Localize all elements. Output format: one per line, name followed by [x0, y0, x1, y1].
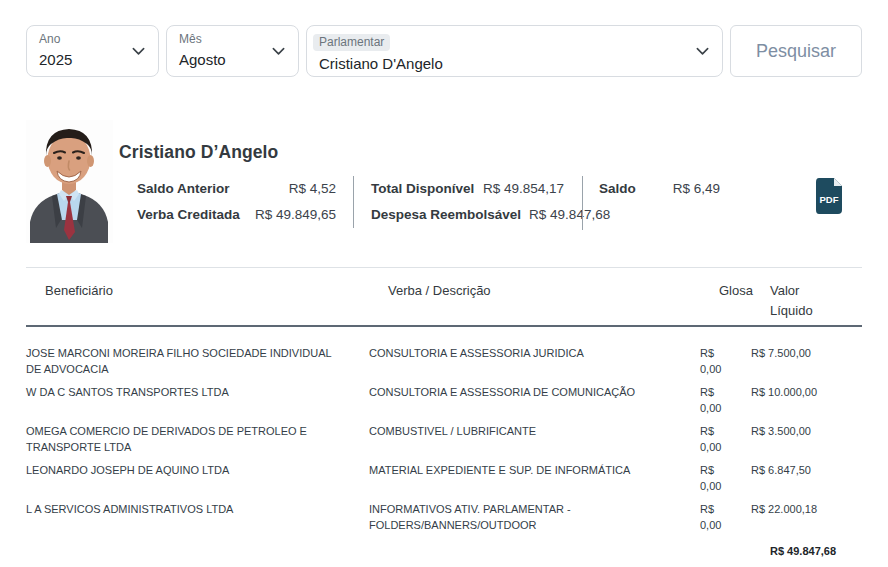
summary-row-verba-creditada: Verba Creditada R$ 49.849,65 [137, 202, 336, 228]
row-valor: R$ 7.500,00 [751, 346, 843, 377]
svg-text:PDF: PDF [820, 194, 839, 205]
pdf-download-button[interactable]: PDF [816, 178, 842, 218]
despesa-reembolsavel-label: Despesa Reembolsável [371, 202, 529, 228]
verba-indenizatoria-page: Ano 2025 Mês Agosto Parlamentar Cristian… [0, 0, 888, 560]
saldo-anterior-label: Saldo Anterior [137, 176, 238, 202]
table-header-row: Beneficiário Verba / Descrição Glosa Val… [26, 268, 862, 327]
chevron-down-icon [271, 44, 286, 59]
row-valor: R$ 6.847,50 [751, 463, 843, 494]
portrait-illustration [26, 120, 113, 243]
verba-creditada-label: Verba Creditada [137, 202, 248, 228]
header-verba-descricao: Verba / Descrição [388, 281, 719, 321]
year-select-label: Ano [39, 32, 128, 47]
header-glosa: Glosa [719, 281, 770, 321]
saldo-anterior-value: R$ 4,52 [289, 176, 336, 202]
row-valor: R$ 3.500,00 [751, 424, 843, 455]
summary-row-despesa-reembolsavel: Despesa Reembolsável R$ 49.847,68 [371, 202, 564, 228]
filter-bar: Ano 2025 Mês Agosto Parlamentar Cristian… [26, 25, 862, 77]
row-verba: COMBUSTIVEL / LUBRIFICANTE [369, 424, 700, 455]
pdf-file-icon: PDF [816, 178, 842, 214]
summary-row-saldo-anterior: Saldo Anterior R$ 4,52 [137, 176, 336, 202]
table-row: JOSE MARCONI MOREIRA FILHO SOCIEDADE IND… [26, 342, 862, 381]
parliamentarian-select[interactable]: Parlamentar Cristiano D'Angelo [306, 25, 723, 77]
row-verba: MATERIAL EXPEDIENTE E SUP. DE INFORMÁTIC… [369, 463, 700, 494]
summary-row-saldo: Saldo R$ 6,49 [599, 176, 720, 202]
row-beneficiario: JOSE MARCONI MOREIRA FILHO SOCIEDADE IND… [26, 346, 369, 377]
table-row: W DA C SANTOS TRANSPORTES LTDA CONSULTOR… [26, 381, 862, 420]
summary-row-total-disponivel: Total Disponível R$ 49.854,17 [371, 176, 564, 202]
profile-details: Cristiano D’Angelo Saldo Anterior R$ 4,5… [119, 120, 862, 243]
total-disponivel-label: Total Disponível [371, 176, 482, 202]
total-disponivel-value: R$ 49.854,17 [483, 176, 564, 202]
row-beneficiario: OMEGA COMERCIO DE DERIVADOS DE PETROLEO … [26, 424, 369, 455]
summary-column-1: Saldo Anterior R$ 4,52 Verba Creditada R… [137, 176, 336, 228]
parliamentarian-select-label: Parlamentar [313, 34, 390, 51]
verba-creditada-value: R$ 49.849,65 [255, 202, 336, 228]
row-glosa: R$ 0,00 [700, 463, 751, 494]
row-verba: CONSULTORIA E ASSESSORIA JURIDICA [369, 346, 700, 377]
month-select[interactable]: Mês Agosto [166, 25, 299, 77]
table-row: L A SERVICOS ADMINISTRATIVOS LTDA INFORM… [26, 498, 862, 537]
summary-column-2: Total Disponível R$ 49.854,17 Despesa Re… [353, 176, 564, 228]
parliamentarian-select-value: Cristiano D'Angelo [319, 54, 692, 73]
chevron-down-icon [695, 44, 710, 59]
table-body: JOSE MARCONI MOREIRA FILHO SOCIEDADE IND… [26, 342, 862, 537]
saldo-label: Saldo [599, 176, 644, 202]
chevron-down-icon [131, 44, 146, 59]
saldo-value: R$ 6,49 [673, 176, 720, 202]
row-glosa: R$ 0,00 [700, 346, 751, 377]
month-select-label: Mês [179, 32, 268, 47]
row-glosa: R$ 0,00 [700, 424, 751, 455]
row-glosa: R$ 0,00 [700, 502, 751, 533]
row-beneficiario: L A SERVICOS ADMINISTRATIVOS LTDA [26, 502, 369, 533]
row-valor: R$ 22.000,18 [751, 502, 843, 533]
summary-column-3: Saldo R$ 6,49 [582, 176, 720, 230]
row-verba: CONSULTORIA E ASSESSORIA DE COMUNICAÇÃO [369, 385, 700, 416]
row-glosa: R$ 0,00 [700, 385, 751, 416]
row-verba: INFORMATIVOS ATIV. PARLAMENTAR - FOLDERS… [369, 502, 700, 533]
year-select-value: 2025 [39, 50, 128, 69]
header-beneficiario: Beneficiário [45, 281, 388, 321]
search-button[interactable]: Pesquisar [730, 25, 862, 77]
row-beneficiario: LEONARDO JOSEPH DE AQUINO LTDA [26, 463, 369, 494]
table-row: LEONARDO JOSEPH DE AQUINO LTDA MATERIAL … [26, 459, 862, 498]
parliamentarian-photo [26, 120, 113, 243]
financial-summary: Saldo Anterior R$ 4,52 Verba Creditada R… [119, 176, 862, 230]
month-select-value: Agosto [179, 50, 268, 69]
parliamentarian-name: Cristiano D’Angelo [119, 142, 862, 163]
parliamentarian-profile: Cristiano D’Angelo Saldo Anterior R$ 4,5… [26, 120, 862, 243]
expenses-table: Beneficiário Verba / Descrição Glosa Val… [26, 268, 862, 560]
row-valor: R$ 10.000,00 [751, 385, 843, 416]
table-row: OMEGA COMERCIO DE DERIVADOS DE PETROLEO … [26, 420, 862, 459]
row-beneficiario: W DA C SANTOS TRANSPORTES LTDA [26, 385, 369, 416]
table-total-row: R$ 49.847,68 [26, 537, 862, 560]
year-select[interactable]: Ano 2025 [26, 25, 159, 77]
header-valor-liquido: Valor Líquido [770, 281, 832, 321]
total-valor-liquido: R$ 49.847,68 [770, 544, 862, 560]
